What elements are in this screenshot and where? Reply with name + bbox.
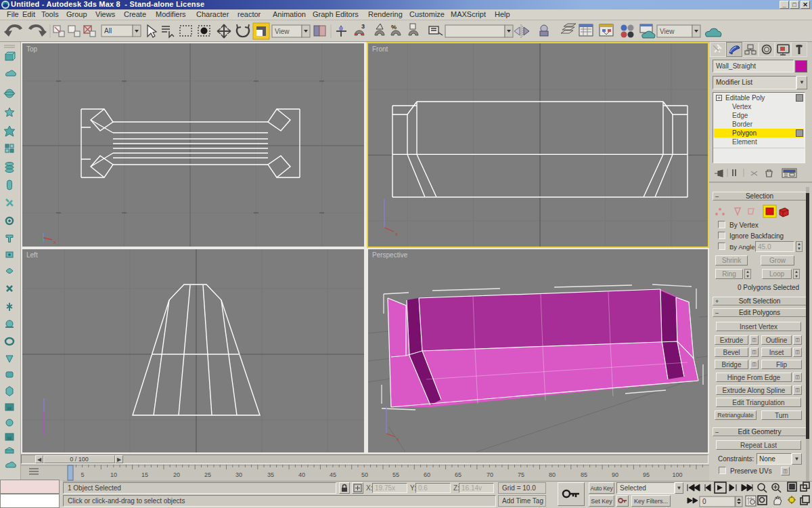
svg-text:100: 100 — [672, 471, 682, 478]
svg-text:All: All — [104, 27, 112, 35]
svg-text:95: 95 — [643, 471, 650, 478]
svg-text:30: 30 — [235, 471, 242, 478]
svg-text:20: 20 — [173, 471, 180, 478]
svg-text:M: M — [7, 435, 12, 441]
svg-text:Top: Top — [26, 45, 38, 53]
svg-text:65: 65 — [455, 471, 461, 478]
svg-text:x: x — [397, 436, 399, 442]
svg-text:x: x — [53, 239, 56, 245]
svg-text:35: 35 — [267, 471, 274, 478]
svg-text:55: 55 — [392, 471, 399, 478]
svg-text:Left: Left — [26, 251, 38, 259]
svg-text:Front: Front — [372, 45, 388, 53]
svg-text:5: 5 — [81, 471, 84, 478]
svg-text:25: 25 — [204, 471, 211, 478]
svg-text:M: M — [7, 405, 12, 411]
svg-text:50: 50 — [361, 471, 368, 478]
svg-text:15: 15 — [141, 471, 148, 478]
svg-text:3: 3 — [361, 23, 365, 30]
svg-text:x: x — [395, 231, 398, 237]
svg-text:View: View — [660, 28, 675, 35]
svg-text:45: 45 — [330, 471, 336, 478]
svg-text:60: 60 — [424, 471, 430, 478]
svg-text:Perspective: Perspective — [372, 251, 408, 259]
svg-text:0: 0 — [702, 498, 706, 505]
svg-text:40: 40 — [298, 471, 305, 478]
svg-text:85: 85 — [581, 471, 587, 478]
svg-text:90: 90 — [612, 471, 618, 478]
svg-text:70: 70 — [487, 471, 493, 478]
svg-text:80: 80 — [549, 471, 556, 478]
svg-text:10: 10 — [110, 471, 117, 478]
svg-text:%: % — [391, 24, 397, 30]
svg-text:View: View — [275, 28, 290, 35]
svg-text:75: 75 — [518, 471, 524, 478]
